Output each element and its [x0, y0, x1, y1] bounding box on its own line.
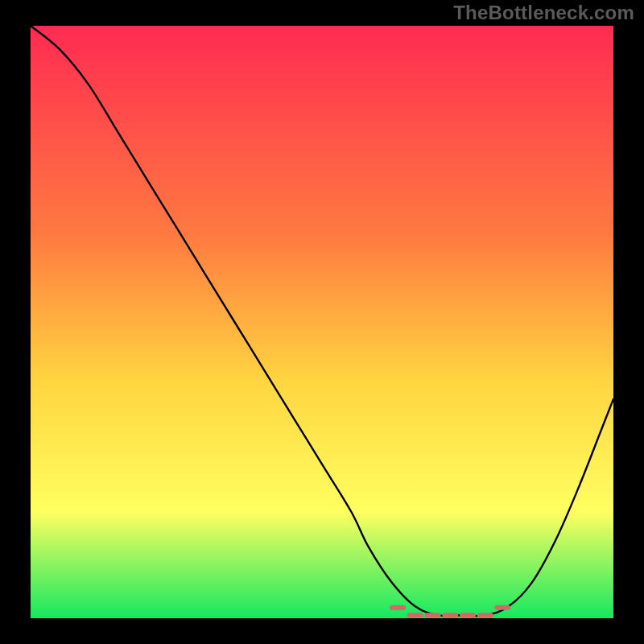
plot-background	[31, 26, 613, 618]
chart-stage: TheBottleneck.com	[0, 0, 644, 644]
plot-bg-left-margin	[0, 0, 31, 644]
plot-bg-right-margin	[613, 0, 644, 644]
bottleneck-chart	[0, 0, 644, 644]
